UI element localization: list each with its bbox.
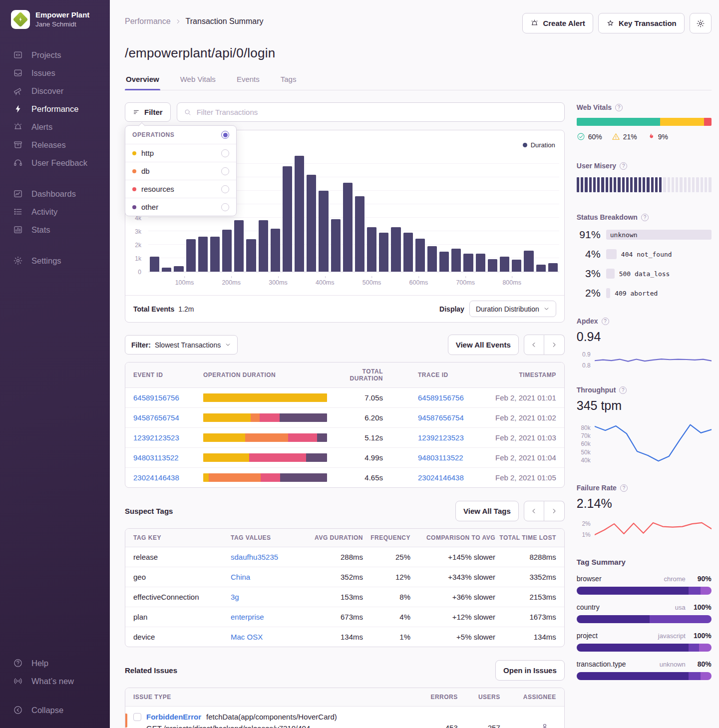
help-icon[interactable]: ? [641,214,649,221]
tab-overview[interactable]: Overview [125,75,160,90]
misery-tick [696,177,699,192]
help-icon[interactable]: ? [620,484,628,492]
view-all-tags-button[interactable]: View All Tags [455,501,519,521]
tag-value-link[interactable]: Mac OSX [231,627,308,647]
settings-gear-button[interactable] [690,13,712,33]
trace-id-link[interactable]: 12392123523 [418,433,464,442]
sidebar-collapse-button[interactable]: Collapse [0,701,110,719]
misery-tick [663,177,666,192]
help-icon[interactable]: ? [619,386,627,394]
events-table: EVENT IDOPERATION DURATIONTOTAL DURATION… [125,362,565,488]
filter-button[interactable]: Filter [125,102,171,122]
pager-next-button[interactable] [544,501,565,521]
operation-radio[interactable] [221,167,229,175]
trace-id-link[interactable]: 23024146438 [418,473,464,482]
display-select[interactable]: Duration Distribution [469,301,556,317]
operation-radio[interactable] [221,203,229,211]
sidebar-item-user-feedback[interactable]: User Feedback [0,154,110,172]
trace-id-link[interactable]: 94587656754 [418,413,464,422]
event-id-link[interactable]: 23024146438 [133,468,203,487]
sidebar-item-releases[interactable]: Releases [0,136,110,154]
tag-key: release [133,547,231,567]
settings-icon [13,256,23,266]
search-input[interactable] [197,108,558,116]
tag-value-link[interactable]: 3g [231,587,308,607]
event-id-link[interactable]: 64589156756 [133,388,203,407]
user-misery-title: User Misery [577,162,616,170]
create-alert-button[interactable]: Create Alert [522,13,593,33]
sidebar-item-label: Discover [31,86,63,96]
throughput-title: Throughput [577,386,616,394]
transactions-filter-select[interactable]: Filter: Slowest Transactions [125,335,238,355]
pager-prev-button[interactable] [524,335,544,355]
sidebar-item-label: Releases [31,140,66,150]
event-row: 23024146438 4.65s 23024146438 Feb 2, 202… [125,468,564,487]
sidebar-item-issues[interactable]: Issues [0,64,110,82]
column-header: ISSUE TYPE [133,688,413,706]
issue-row[interactable]: ForbiddenError fetchData(app/components/… [125,707,564,728]
operations-radio-selected[interactable] [221,131,229,139]
misery-tick [601,177,604,192]
event-id-link[interactable]: 94587656754 [133,408,203,427]
sidebar-item-alerts[interactable]: Alerts [0,118,110,136]
tag-value-link[interactable]: sdaufhu35235 [231,547,308,567]
org-logo [11,10,30,29]
sidebar-item-performance[interactable]: Performance [0,100,110,118]
help-icon[interactable]: ? [602,318,609,325]
tag-value-link[interactable]: China [231,567,308,587]
org-switcher[interactable]: Empower Plant Jane Schmidt [0,10,110,29]
issue-level-stripe [125,714,127,728]
sidebar-item-label: Settings [31,256,61,266]
histogram-bar [331,219,341,272]
sidebar-item-help[interactable]: Help [0,654,110,672]
operation-radio[interactable] [221,185,229,193]
assignee-person-icon [540,723,549,728]
sidebar-item-settings[interactable]: Settings [0,252,110,270]
help-icon[interactable]: ? [620,162,627,170]
pager-next-button[interactable] [544,335,565,355]
tag-value-link[interactable]: enterprise [231,607,308,627]
operation-option-resources[interactable]: resources [125,180,236,198]
event-id-link[interactable]: 12392123523 [133,428,203,447]
user-misery-bar [577,177,712,192]
trace-id-link[interactable]: 94803113522 [418,453,463,462]
chevron-right-icon [550,341,558,349]
issue-errors-count: 453 [413,724,458,728]
status-bar [606,249,617,259]
trace-id-link[interactable]: 64589156756 [418,393,464,402]
operation-option-other[interactable]: other [125,198,236,216]
status-row: 2% 409 aborted [577,287,712,299]
breadcrumb-performance[interactable]: Performance [125,17,171,26]
tab-web-vitals[interactable]: Web Vitals [179,75,217,90]
operation-color-dot [132,187,136,191]
issue-checkbox[interactable] [133,713,141,721]
help-icon[interactable]: ? [615,104,623,111]
sidebar-item-label: Collapse [31,706,63,715]
web-vitals-section: Web Vitals? 60%21%9% [577,103,712,141]
sidebar-item-activity[interactable]: Activity [0,203,110,221]
event-id-link[interactable]: 94803113522 [133,448,203,467]
sidebar-item-stats[interactable]: Stats [0,221,110,239]
issue-type-link[interactable]: ForbiddenError [146,713,201,721]
total-time-lost: 2153ms [495,587,556,607]
suspect-tags-title: Suspect Tags [125,507,173,515]
sidebar-item-projects[interactable]: Projects [0,46,110,64]
sidebar-item-dashboards[interactable]: Dashboards [0,185,110,203]
operation-option-db[interactable]: db [125,162,236,180]
view-all-events-button[interactable]: View All Events [448,335,519,355]
sidebar-item-discover[interactable]: Discover [0,82,110,100]
sidebar-item-label: Activity [31,207,57,217]
pager-prev-button[interactable] [524,501,544,521]
issue-assignee[interactable] [500,723,556,728]
operations-dropdown-header[interactable]: OPERATIONS [125,126,236,144]
key-transaction-button[interactable]: Key Transaction [598,13,685,33]
chart-legend[interactable]: Duration [523,141,555,149]
histogram-bar [174,266,183,272]
tab-events[interactable]: Events [236,75,261,90]
sidebar-item-what-s-new[interactable]: What’s new [0,672,110,690]
operation-option-http[interactable]: http [125,144,236,162]
open-in-issues-button[interactable]: Open in Issues [495,660,565,681]
misery-tick [659,177,662,192]
operation-radio[interactable] [221,149,229,157]
tab-tags[interactable]: Tags [280,75,298,90]
